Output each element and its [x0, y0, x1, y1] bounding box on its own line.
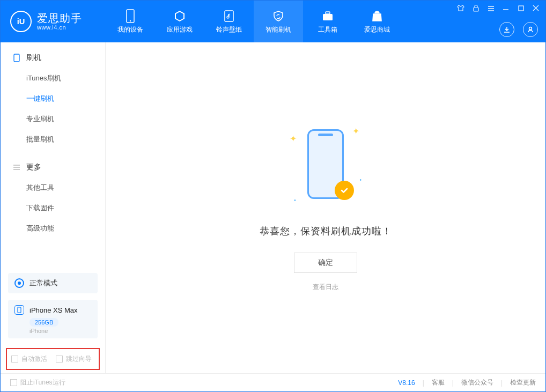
toolbox-icon: [321, 9, 335, 23]
menu-icon[interactable]: [486, 4, 495, 12]
sidebar-section-flash: 刷机: [1, 50, 105, 68]
app-url: www.i4.cn: [37, 24, 82, 31]
checkbox-auto-activate[interactable]: 自动激活: [11, 354, 47, 364]
sidebar-item-advanced[interactable]: 高级功能: [1, 218, 105, 239]
svg-rect-9: [14, 54, 19, 62]
svg-rect-7: [519, 6, 523, 11]
nav-store[interactable]: 爱思商城: [352, 1, 402, 42]
svg-rect-10: [18, 307, 21, 313]
section-title: 更多: [26, 162, 41, 172]
shirt-icon[interactable]: [456, 4, 465, 12]
svg-point-8: [529, 27, 532, 30]
mode-label: 正常模式: [29, 278, 57, 288]
nav-label: 应用游戏: [167, 25, 193, 34]
phone-small-icon: [14, 305, 24, 315]
sidebar-section-more: 更多: [1, 159, 105, 177]
checkbox-icon: [56, 356, 63, 363]
user-icon[interactable]: [523, 22, 538, 37]
checkbox-skip-guide[interactable]: 跳过向导: [56, 354, 92, 364]
checkbox-label: 自动激活: [21, 354, 47, 364]
app-title: 爱思助手: [37, 12, 82, 24]
sidebar-item-itunes-flash[interactable]: iTunes刷机: [1, 68, 105, 88]
footer: 阻止iTunes运行 V8.16 | 客服 | 微信公众号 | 检查更新: [1, 373, 545, 391]
window-controls: [456, 4, 540, 12]
nav-label: 爱思商城: [364, 25, 390, 34]
lock-icon[interactable]: [471, 4, 480, 12]
body: 刷机 iTunes刷机 一键刷机 专业刷机 批量刷机 更多 其他工具 下载固件 …: [1, 42, 545, 373]
view-log-link[interactable]: 查看日志: [313, 283, 338, 292]
mode-card[interactable]: 正常模式: [8, 273, 98, 293]
mode-dot-icon: [14, 278, 24, 288]
music-file-icon: [222, 9, 236, 23]
svg-rect-5: [326, 12, 330, 14]
bag-icon: [370, 9, 384, 23]
checkbox-block-itunes[interactable]: 阻止iTunes运行: [10, 378, 65, 387]
sparkle-icon: •: [359, 177, 361, 183]
nav-label: 工具箱: [318, 25, 337, 34]
sidebar-item-other-tools[interactable]: 其他工具: [1, 177, 105, 198]
phone-icon: [12, 54, 21, 62]
nav-toolbox[interactable]: 工具箱: [303, 1, 352, 42]
success-message: 恭喜您，保资料刷机成功啦！: [260, 225, 392, 238]
checkbox-label: 阻止iTunes运行: [20, 378, 65, 387]
sidebar-item-download-firmware[interactable]: 下载固件: [1, 198, 105, 218]
header: iU 爱思助手 www.i4.cn 我的设备 应用游戏 铃声壁纸 智能刷: [1, 1, 545, 42]
logo-area: iU 爱思助手 www.i4.cn: [1, 1, 106, 42]
logo-icon: iU: [10, 11, 32, 32]
checkbox-icon: [11, 356, 18, 363]
device-card[interactable]: iPhone XS Max 256GB iPhone: [8, 300, 98, 338]
nav-my-device[interactable]: 我的设备: [106, 1, 155, 42]
nav: 我的设备 应用游戏 铃声壁纸 智能刷机 工具箱 爱思商城: [106, 1, 402, 42]
success-illustration: ✦ ✦ • •: [296, 124, 355, 210]
sparkle-icon: ✦: [352, 126, 359, 136]
svg-rect-6: [474, 8, 478, 11]
sparkle-icon: ✦: [290, 134, 297, 144]
nav-label: 智能刷机: [265, 25, 291, 34]
download-icon[interactable]: [499, 22, 514, 37]
ok-button[interactable]: 确定: [294, 253, 357, 273]
footer-link-support[interactable]: 客服: [432, 378, 445, 387]
svg-point-2: [130, 20, 131, 21]
minimize-icon[interactable]: [501, 4, 510, 12]
close-icon[interactable]: [532, 4, 540, 12]
nav-label: 我的设备: [117, 25, 143, 34]
checkbox-group: 自动激活 跳过向导: [6, 348, 100, 370]
main-content: ✦ ✦ • • 恭喜您，保资料刷机成功啦！ 确定 查看日志: [106, 42, 545, 373]
list-icon: [12, 163, 21, 172]
nav-apps[interactable]: 应用游戏: [155, 1, 204, 42]
svg-rect-4: [323, 14, 333, 20]
device-type: iPhone: [29, 328, 48, 334]
sidebar-item-batch-flash[interactable]: 批量刷机: [1, 129, 105, 150]
svg-text:iU: iU: [17, 17, 25, 26]
checkbox-label: 跳过向导: [66, 354, 92, 364]
nav-label: 铃声壁纸: [216, 25, 242, 34]
footer-link-wechat[interactable]: 微信公众号: [461, 378, 493, 387]
version-label: V8.16: [398, 379, 415, 387]
footer-link-update[interactable]: 检查更新: [510, 378, 536, 387]
nav-flash[interactable]: 智能刷机: [254, 1, 303, 42]
maximize-icon[interactable]: [517, 4, 525, 12]
checkbox-icon: [10, 379, 17, 386]
section-title: 刷机: [26, 53, 41, 63]
nav-ringtones[interactable]: 铃声壁纸: [204, 1, 254, 42]
app-window: iU 爱思助手 www.i4.cn 我的设备 应用游戏 铃声壁纸 智能刷: [0, 0, 546, 392]
device-capacity: 256GB: [29, 318, 58, 327]
cube-icon: [173, 9, 187, 23]
header-actions: [499, 22, 538, 37]
device-name: iPhone XS Max: [29, 306, 78, 314]
sparkle-icon: •: [294, 197, 296, 203]
check-badge-icon: [335, 181, 354, 200]
sidebar: 刷机 iTunes刷机 一键刷机 专业刷机 批量刷机 更多 其他工具 下载固件 …: [1, 42, 106, 373]
device-icon: [123, 9, 137, 23]
sidebar-item-oneclick-flash[interactable]: 一键刷机: [1, 88, 105, 109]
sidebar-item-pro-flash[interactable]: 专业刷机: [1, 109, 105, 129]
shield-refresh-icon: [271, 9, 285, 23]
